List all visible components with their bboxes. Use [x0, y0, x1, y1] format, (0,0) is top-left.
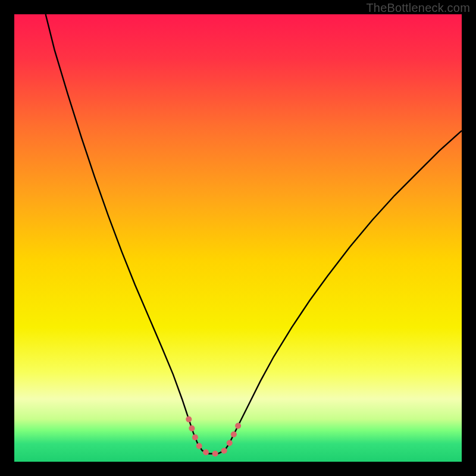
- chart-frame: TheBottleneck.com: [0, 0, 476, 476]
- bottleneck-curve: [46, 14, 462, 453]
- watermark-text: TheBottleneck.com: [366, 1, 470, 15]
- curve-layer: [14, 14, 462, 462]
- highlight-segment: [189, 419, 240, 454]
- plot-area: [14, 14, 462, 462]
